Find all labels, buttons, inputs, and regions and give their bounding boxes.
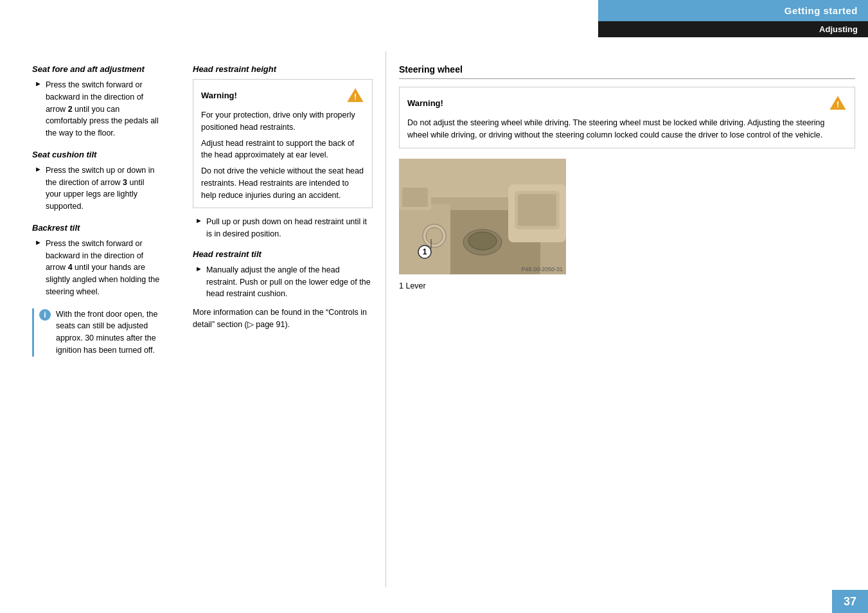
steering-image-container: 1 P46.00-2050-31 1 Lever (399, 159, 855, 290)
warning-header: Warning! ! (201, 86, 364, 104)
bullet-arrow-2: ► (35, 165, 42, 173)
car-interior-image: 1 P46.00-2050-31 (399, 159, 566, 274)
main-content: Seat fore and aft adjustment ► Press the… (0, 51, 868, 587)
steering-warning-text: Do not adjust the steering wheel while d… (407, 117, 847, 141)
pull-push-text: Pull up or push down on head restraint u… (206, 216, 373, 240)
svg-text:P46.00-2050-31: P46.00-2050-31 (521, 266, 563, 272)
bullet-arrow-5: ► (195, 265, 202, 272)
svg-point-8 (468, 232, 497, 250)
info-icon: i (39, 309, 51, 321)
svg-text:!: ! (837, 100, 839, 109)
head-restraint-tilt-title: Head restraint tilt (193, 249, 373, 259)
tilt-text: Manually adjust the angle of the head re… (206, 264, 373, 300)
seat-fore-aft-bullet: ► Press the switch forward or backward i… (35, 79, 161, 139)
seat-cushion-bullet: ► Press the switch up or down in the dir… (35, 164, 161, 213)
steering-warning-header: Warning! ! (407, 94, 847, 112)
tilt-bullet: ► Manually adjust the angle of the head … (195, 264, 373, 300)
seat-cushion-text: Press the switch up or down in the direc… (46, 164, 161, 213)
pull-push-bullet: ► Pull up or push down on head restraint… (195, 216, 373, 240)
bullet-arrow-4: ► (195, 217, 202, 224)
svg-text:!: ! (354, 93, 357, 102)
lever-label: 1 Lever (399, 281, 855, 290)
seat-fore-aft-text: Press the switch forward or backward in … (46, 79, 161, 139)
svg-rect-17 (518, 194, 556, 226)
bullet-arrow-3: ► (35, 238, 42, 246)
seat-fore-aft-title: Seat fore and aft adjustment (32, 64, 161, 74)
more-info-text: More information can be found in the “Co… (193, 306, 373, 331)
svg-text:1: 1 (423, 247, 427, 256)
backrest-tilt-title: Backrest tilt (32, 223, 161, 233)
right-column: Steering wheel Warning! ! Do not adjust … (385, 51, 868, 587)
info-box: i With the front door open, the seats ca… (32, 308, 161, 357)
page-number: 37 (832, 590, 868, 613)
warning-box-steering: Warning! ! Do not adjust the steering wh… (399, 87, 855, 148)
car-image-wrapper: 1 P46.00-2050-31 (399, 159, 566, 276)
bullet-arrow-1: ► (35, 80, 42, 87)
warning-line-2: Adjust head restraint to support the bac… (201, 138, 364, 162)
header: Getting started Adjusting (598, 0, 868, 37)
seat-cushion-title: Seat cushion tilt (32, 150, 161, 159)
left-column: Seat fore and aft adjustment ► Press the… (0, 51, 180, 587)
svg-rect-19 (402, 188, 428, 207)
warning-line-3: Do not drive the vehicle without the sea… (201, 165, 364, 201)
backrest-tilt-bullet: ► Press the switch forward or backward i… (35, 238, 161, 298)
warning-box-head-restraint: Warning! ! For your protection, drive on… (193, 79, 373, 208)
section-title: Adjusting (598, 21, 868, 37)
warning-triangle-icon: ! (346, 86, 364, 104)
steering-warning-triangle-icon: ! (829, 94, 847, 112)
backrest-tilt-text: Press the switch forward or backward in … (46, 238, 161, 298)
mid-column: Head restraint height Warning! ! For you… (180, 51, 385, 587)
steering-wheel-title: Steering wheel (399, 64, 855, 79)
steering-warning-label: Warning! (407, 98, 443, 108)
warning-text-head-restraint: For your protection, drive only with pro… (201, 109, 364, 201)
svg-point-11 (426, 227, 443, 244)
warning-label: Warning! (201, 91, 237, 100)
warning-line-1: For your protection, drive only with pro… (201, 109, 364, 134)
head-restraint-height-title: Head restraint height (193, 64, 373, 74)
chapter-title: Getting started (598, 0, 868, 21)
info-text: With the front door open, the seats can … (56, 308, 161, 357)
